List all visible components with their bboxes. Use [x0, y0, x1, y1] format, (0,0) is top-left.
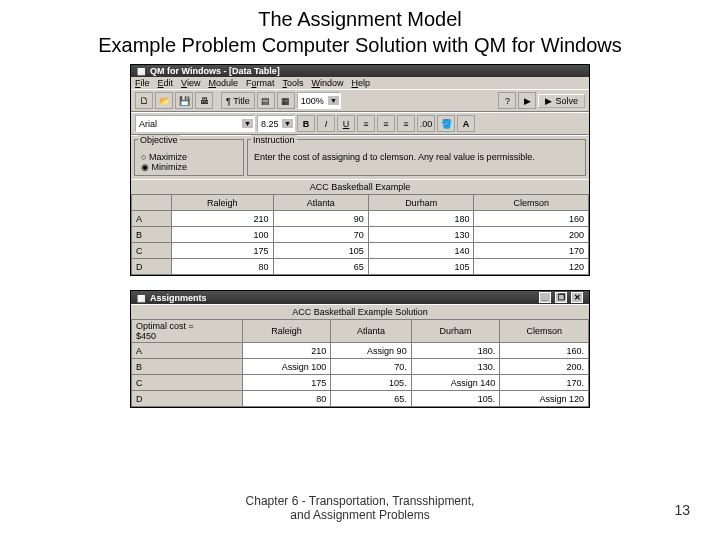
table-row[interactable]: B10070130200: [132, 227, 589, 243]
instruction-panel: Instruction Enter the cost of assigning …: [247, 139, 586, 176]
caption-1: ACC Basketball Example: [131, 179, 589, 194]
menu-module[interactable]: Module: [208, 78, 238, 88]
toolbar-2: Arial 8.25 B I U ≡ ≡ ≡ .00 🪣 A: [131, 112, 589, 135]
bold-icon[interactable]: B: [297, 115, 315, 132]
new-icon[interactable]: 🗋: [135, 92, 153, 109]
titlebar-2: ▦ Assignments _ ❐ ✕: [131, 291, 589, 304]
menu-tools[interactable]: Tools: [282, 78, 303, 88]
fill-icon[interactable]: 🪣: [437, 115, 455, 132]
tile-icon[interactable]: ▦: [277, 92, 295, 109]
table-row[interactable]: A21090180160: [132, 211, 589, 227]
cascade-icon[interactable]: ▤: [257, 92, 275, 109]
radio-maximize[interactable]: ○ Maximize: [141, 152, 237, 162]
align-right-icon[interactable]: ≡: [397, 115, 415, 132]
app-icon: ▦: [137, 293, 146, 303]
slide-title: The Assignment Model Example Problem Com…: [0, 0, 720, 62]
help-icon[interactable]: ?: [498, 92, 516, 109]
table-row: C175105.Assign 140170.: [132, 375, 589, 391]
step-icon[interactable]: ▶: [518, 92, 536, 109]
table-row: D8065.105.Assign 120: [132, 391, 589, 407]
menu-help[interactable]: Help: [351, 78, 370, 88]
table-row[interactable]: C175105140170: [132, 243, 589, 259]
zoom-combo[interactable]: 100%: [297, 92, 341, 109]
menu-format[interactable]: Format: [246, 78, 275, 88]
caption-2: ACC Basketball Example Solution: [131, 304, 589, 319]
align-left-icon[interactable]: ≡: [357, 115, 375, 132]
page-number: 13: [674, 502, 690, 518]
menubar[interactable]: File Edit View Module Format Tools Windo…: [131, 77, 589, 89]
decimal-icon[interactable]: .00: [417, 115, 435, 132]
maximize-icon[interactable]: ❐: [555, 292, 567, 303]
table-row: A210Assign 90180.160.: [132, 343, 589, 359]
underline-icon[interactable]: U: [337, 115, 355, 132]
title-btn[interactable]: ¶ Title: [221, 92, 255, 109]
toolbar-1: 🗋 📂 💾 🖶 ¶ Title ▤ ▦ 100% ? ▶ ▶ Solve: [131, 89, 589, 112]
window-title-2: Assignments: [150, 293, 207, 303]
assignments-window: ▦ Assignments _ ❐ ✕ ACC Basketball Examp…: [130, 290, 590, 408]
italic-icon[interactable]: I: [317, 115, 335, 132]
font-color-icon[interactable]: A: [457, 115, 475, 132]
data-table[interactable]: RaleighAtlantaDurhamClemson A21090180160…: [131, 194, 589, 275]
table-row: BAssign 10070.130.200.: [132, 359, 589, 375]
app-icon: ▦: [137, 66, 146, 76]
close-icon[interactable]: ✕: [571, 292, 583, 303]
table-row[interactable]: D8065105120: [132, 259, 589, 275]
solution-table: Optimal cost =$450 RaleighAtlantaDurhamC…: [131, 319, 589, 407]
open-icon[interactable]: 📂: [155, 92, 173, 109]
menu-window[interactable]: Window: [311, 78, 343, 88]
size-combo[interactable]: 8.25: [257, 115, 295, 132]
radio-minimize[interactable]: ◉ Minimize: [141, 162, 237, 172]
font-combo[interactable]: Arial: [135, 115, 255, 132]
save-icon[interactable]: 💾: [175, 92, 193, 109]
objective-panel: Objective ○ Maximize ◉ Minimize: [134, 139, 244, 176]
minimize-icon[interactable]: _: [539, 292, 551, 303]
titlebar: ▦ QM for Windows - [Data Table]: [131, 65, 589, 77]
qm-window: ▦ QM for Windows - [Data Table] File Edi…: [130, 64, 590, 276]
menu-view[interactable]: View: [181, 78, 200, 88]
menu-edit[interactable]: Edit: [158, 78, 174, 88]
print-icon[interactable]: 🖶: [195, 92, 213, 109]
menu-file[interactable]: File: [135, 78, 150, 88]
instruction-text: Enter the cost of assigning d to clemson…: [254, 152, 579, 162]
window-title: QM for Windows - [Data Table]: [150, 66, 280, 76]
align-center-icon[interactable]: ≡: [377, 115, 395, 132]
footer-text: Chapter 6 - Transportation, Transshipmen…: [0, 494, 720, 522]
solve-button[interactable]: ▶ Solve: [538, 94, 585, 108]
